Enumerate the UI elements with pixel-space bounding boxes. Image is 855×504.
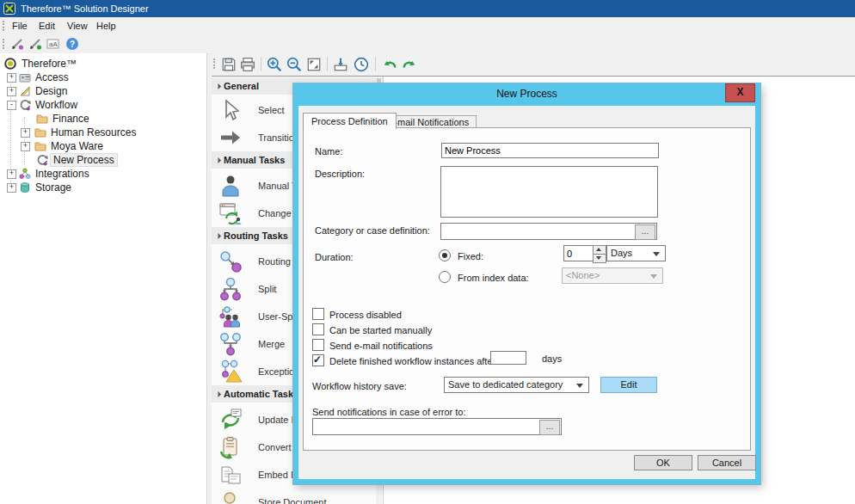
title-bar: Therefore™ Solution Designer (0, 0, 855, 17)
localization-icon[interactable]: aA (46, 37, 60, 51)
tree-expander[interactable]: + (7, 73, 16, 83)
window-title: Therefore™ Solution Designer (21, 0, 149, 17)
collapse-triangle-icon (215, 391, 221, 397)
tree-expander[interactable]: + (7, 169, 16, 179)
history-label: Workflow history save: (312, 381, 407, 391)
toolbox-item-label: Change (258, 200, 292, 227)
fixed-radio[interactable] (439, 249, 451, 261)
tree-expander[interactable]: + (7, 87, 16, 96)
toolbox-item-label: Embed I (258, 461, 293, 489)
spin-down-icon[interactable] (593, 254, 606, 263)
therefore-logo-icon (4, 58, 16, 70)
select-cursor-icon (218, 98, 243, 122)
user-split-task-icon (218, 304, 243, 329)
checkbox-label: Can be started manually (329, 325, 432, 335)
toolbox-item-store-document[interactable]: Store Document (212, 489, 383, 504)
menu-file[interactable]: File (7, 17, 33, 34)
tree-item-label: Access (33, 71, 71, 84)
history-clock-icon[interactable] (354, 57, 369, 72)
tree-item-label: Finance (50, 112, 92, 126)
checkbox-icon[interactable] (312, 339, 324, 351)
dialog-title: New Process (293, 88, 760, 100)
save-icon[interactable] (221, 57, 237, 72)
tree-connector (24, 117, 25, 165)
menu-help[interactable]: Help (91, 17, 121, 34)
dialog-body: Process Definition E-mail Notifications … (298, 106, 755, 479)
fixed-label: Fixed: (458, 251, 483, 261)
help-icon[interactable]: ? (65, 37, 79, 51)
fixed-radio-row: Fixed: (439, 249, 483, 261)
workflow-icon (36, 154, 48, 166)
checkbox-icon[interactable] (312, 323, 324, 335)
error-notify-input[interactable]: ... (312, 418, 562, 435)
checkbox-process-disabled[interactable]: Process disabled (312, 308, 402, 321)
toolbox-item-label: Manual T (258, 172, 298, 200)
checkbox-icon[interactable] (312, 308, 324, 320)
category-input[interactable]: ... (440, 223, 657, 240)
edit-button[interactable]: Edit (600, 377, 657, 393)
toolbox-item-label: Routing (258, 248, 291, 275)
history-value: Save to dedicated category (448, 379, 563, 390)
toolbar-separator (327, 57, 328, 71)
change-task-icon (218, 201, 243, 225)
undo-icon[interactable] (382, 57, 397, 72)
toolbar-grip (213, 58, 218, 69)
name-input[interactable] (441, 143, 659, 158)
zoom-in-icon[interactable] (267, 57, 282, 72)
tab-process-definition[interactable]: Process Definition (303, 113, 397, 129)
delete-days-input[interactable] (490, 351, 526, 365)
description-input[interactable] (440, 166, 658, 218)
checkbox-icon[interactable] (312, 354, 324, 366)
designer-green-icon[interactable] (28, 37, 42, 51)
menu-edit[interactable]: Edit (34, 17, 60, 34)
ok-button[interactable]: OK (634, 455, 692, 470)
category-label: Category or case definition: (315, 225, 430, 236)
toolbar-grip (3, 39, 7, 49)
duration-value-input[interactable] (563, 245, 594, 261)
tree-item-label: Human Resources (48, 126, 138, 139)
access-icon (19, 71, 31, 83)
manual-task-icon (218, 174, 243, 198)
tree-expander[interactable]: - (7, 101, 16, 110)
menu-view[interactable]: View (62, 17, 93, 34)
print-icon[interactable] (240, 57, 255, 72)
section-title: Manual Tasks (224, 151, 285, 169)
checkbox-label: Send e-mail notifications (329, 341, 433, 351)
tree-expander[interactable]: + (21, 128, 30, 138)
solution-tree-panel: Therefore™ + Access + Design - Workflow (0, 53, 207, 504)
zoom-out-icon[interactable] (286, 57, 302, 72)
error-browse-button[interactable]: ... (539, 420, 560, 435)
tree-expander[interactable]: + (7, 183, 16, 193)
menu-bar: File Edit View Help (0, 17, 855, 34)
checkbox-started-manually[interactable]: Can be started manually (312, 323, 432, 336)
tree-expander[interactable]: + (21, 142, 30, 151)
toolbar-separator (261, 57, 261, 71)
cancel-button[interactable]: Cancel (698, 455, 756, 470)
designer-purple-icon[interactable] (10, 37, 24, 51)
tree-item-label: Moya Ware (48, 139, 106, 153)
collapse-triangle-icon (215, 157, 221, 163)
transition-arrow-icon (218, 126, 243, 150)
close-button[interactable]: X (725, 83, 755, 102)
duration-label: Duration: (315, 252, 354, 262)
collapse-triangle-icon (215, 83, 221, 89)
convert-task-icon (218, 435, 243, 459)
toolbox-item-label: Convert (258, 433, 292, 461)
process-definition-page: Name: Description: Category or case defi… (303, 127, 751, 451)
category-browse-button[interactable]: ... (635, 224, 655, 240)
checkbox-delete-finished[interactable]: Delete finished workflow instances after (312, 354, 495, 367)
toolbox-item-label: Store Document (258, 489, 326, 504)
checkbox-send-email[interactable]: Send e-mail notifications (312, 339, 433, 352)
redo-icon[interactable] (402, 57, 417, 72)
tree-item-label: Workflow (33, 98, 80, 112)
from-index-radio[interactable] (439, 271, 451, 283)
history-select[interactable]: Save to dedicated category (444, 377, 589, 393)
fit-page-icon[interactable] (306, 57, 322, 72)
tree-item-label: Storage (33, 181, 74, 194)
toolbox-item-label: Select (258, 96, 285, 124)
section-title: Automatic Tasks (224, 385, 298, 403)
export-icon[interactable] (333, 57, 348, 72)
from-index-select: <None> (562, 267, 663, 284)
duration-unit-select[interactable]: Days (606, 245, 666, 261)
integrations-icon (19, 168, 31, 180)
